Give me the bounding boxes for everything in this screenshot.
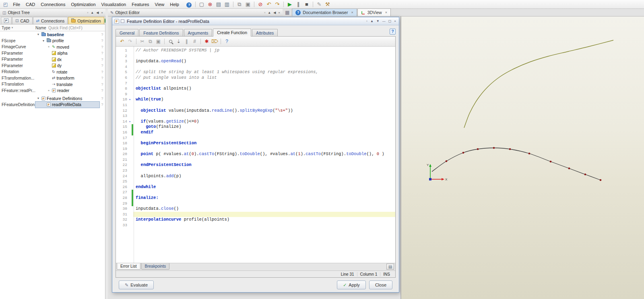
tab-optimization[interactable]: Optimization — [68, 17, 104, 24]
pause-icon[interactable]: ∥ — [294, 1, 302, 8]
expander-icon[interactable]: ▾ — [41, 39, 45, 43]
code-line-8[interactable]: 8objectlist allpoints() — [116, 86, 395, 92]
code-line-29[interactable]: 29 — [116, 201, 395, 207]
tool-icon[interactable]: ⚒ — [324, 1, 332, 8]
dialog-dock-icon[interactable]: ▫ — [366, 19, 367, 23]
tab-close-icon[interactable]: × — [385, 10, 387, 14]
tree-row-dy[interactable]: FParameterdy? — [0, 63, 105, 69]
curve-point[interactable] — [509, 148, 511, 150]
row-help-icon[interactable]: ? — [99, 70, 105, 74]
menu-connections[interactable]: Connections — [38, 1, 68, 8]
row-help-icon[interactable]: ? — [99, 33, 105, 37]
code-line-11[interactable]: 11 — [116, 102, 395, 108]
tab-documentation-browser[interactable]: ?Documentation Browser× — [292, 8, 357, 16]
tree-row-moved[interactable]: FImageCurve+✎moved? — [0, 44, 105, 50]
tree-collapse-icon[interactable]: ▲ — [91, 11, 94, 14]
whitespace-icon[interactable]: ∥ — [183, 38, 190, 45]
code-line-22[interactable]: 22 endPersistentSection — [116, 162, 395, 168]
code-line-32[interactable]: 32interpolationcurve profile(allpoints) — [116, 217, 395, 223]
button-close[interactable]: Close — [369, 281, 392, 289]
tree-close-icon[interactable]: × — [101, 11, 103, 14]
expander-icon[interactable]: ▾ — [36, 96, 40, 100]
3d-viewport[interactable]: YX — [401, 16, 644, 299]
undo-icon[interactable]: ↶ — [265, 1, 273, 8]
row-help-icon[interactable]: ? — [99, 82, 105, 86]
code-line-16[interactable]: 16 endif — [116, 130, 395, 135]
tab-cad[interactable]: ⊡CAD — [12, 17, 33, 24]
code-line-10[interactable]: 10▴while(true) — [116, 97, 395, 102]
tab-create-function[interactable]: Create Function — [213, 29, 251, 37]
tab-arguments[interactable]: Arguments — [184, 29, 213, 36]
grid-icon[interactable]: ▦ — [285, 10, 289, 15]
quick-find-input[interactable]: Quick Find (Ctrl+F) — [48, 26, 83, 30]
code-line-21[interactable]: 21 — [116, 157, 395, 163]
redo-icon[interactable]: ↷ — [273, 1, 281, 8]
code-line-18[interactable]: 18 beginPersistentSection — [116, 141, 395, 146]
edit-icon[interactable]: ✎ — [315, 1, 323, 8]
code-line-4[interactable]: 4 — [116, 64, 395, 70]
code-line-24[interactable]: 24 allpoints.add(p) — [116, 174, 395, 179]
save-icon[interactable]: ▤ — [215, 1, 223, 8]
curve-point[interactable] — [477, 148, 479, 150]
dialog-minimize-icon[interactable]: — — [382, 19, 386, 23]
tab-project[interactable]: P — [1, 17, 12, 24]
dialog-maximize-icon[interactable]: ▢ — [388, 19, 392, 23]
copy-icon[interactable]: ⧉ — [147, 38, 154, 45]
column-name[interactable]: Name — [35, 26, 48, 30]
comment-icon[interactable]: # — [191, 38, 198, 45]
tree-dock-icon[interactable]: ◀ — [96, 11, 99, 14]
row-help-icon[interactable]: ? — [99, 39, 105, 43]
editor-close-icon[interactable]: × — [278, 11, 280, 14]
tree-float-icon[interactable]: ▫ — [87, 11, 88, 14]
expander-icon[interactable]: + — [47, 89, 51, 92]
tree-row-feature-definitions[interactable]: ▾FFeature Definitions? — [0, 95, 105, 102]
code-line-7[interactable]: 7 — [116, 81, 395, 86]
editor-collapse-icon[interactable]: ▲ — [268, 11, 271, 14]
row-help-icon[interactable]: ? — [99, 45, 105, 49]
dialog-arrow-down-icon[interactable]: ▼ — [376, 19, 380, 23]
row-help-icon[interactable]: ? — [99, 102, 105, 106]
menu-cad[interactable]: CAD — [23, 1, 38, 8]
tab-connections[interactable]: ⇄Connections — [33, 17, 68, 24]
code-line-2[interactable]: 2 — [116, 53, 395, 59]
row-help-icon[interactable]: ? — [99, 57, 105, 61]
code-editor[interactable]: 1// Author FRIENDSHIP SYSTEMS | jp23inpu… — [116, 47, 395, 263]
origin-marker[interactable] — [429, 178, 431, 180]
code-line-28[interactable]: 28finalize: — [116, 195, 395, 201]
code-line-12[interactable]: 12 objectlist values(inputdata.readLine(… — [116, 108, 395, 114]
copy-icon[interactable]: ⧉ — [235, 1, 244, 8]
tab-close-icon[interactable]: × — [351, 10, 353, 14]
row-help-icon[interactable]: ? — [99, 63, 105, 68]
help-circle-icon[interactable]: ? — [185, 1, 193, 8]
tree-row-reader[interactable]: FFeature::readPr...+Freader? — [0, 88, 105, 94]
tab-3dview[interactable]: 3DView× — [357, 8, 391, 16]
menu-help[interactable]: Help — [167, 1, 182, 8]
dialog-titlebar[interactable]: F Feature Definition Editor - readProfil… — [112, 17, 399, 25]
code-line-25[interactable]: 25 — [116, 179, 395, 184]
menu-file[interactable]: File — [10, 1, 23, 8]
code-line-15[interactable]: 15 goto(finalize) — [116, 124, 395, 130]
goto-line-icon[interactable]: ⇣ — [175, 38, 182, 45]
code-line-5[interactable]: 5// split the string by at least 1 white… — [116, 70, 395, 75]
menu-view[interactable]: View — [152, 1, 167, 8]
curve-point[interactable] — [446, 160, 448, 162]
tree-row-profile[interactable]: FScope▾profile? — [0, 38, 105, 44]
new-window-icon[interactable]: ▢ — [198, 1, 206, 8]
help-icon[interactable]: ? — [223, 38, 231, 45]
run-icon[interactable]: ▶ — [286, 1, 294, 8]
code-line-30[interactable]: 30inputdata.close() — [116, 206, 395, 212]
abort-icon[interactable]: ⊗ — [206, 1, 214, 8]
menu-visualization[interactable]: Visualization — [99, 1, 129, 8]
tree-row-dx[interactable]: FParameterdx? — [0, 56, 105, 63]
dialog-close-icon[interactable]: × — [394, 19, 396, 23]
menu-features[interactable]: Features — [129, 1, 152, 8]
curve-point[interactable] — [493, 147, 495, 149]
curve-point[interactable] — [584, 174, 586, 176]
expander-icon[interactable]: ▾ — [36, 33, 40, 36]
curve-point[interactable] — [568, 168, 570, 170]
save-all-icon[interactable]: ▥ — [223, 1, 231, 8]
profile-curve[interactable] — [432, 148, 601, 180]
expander-icon[interactable]: + — [47, 45, 51, 49]
no-entry-icon[interactable]: ⊘ — [256, 1, 264, 8]
tab-error-list[interactable]: Error List — [117, 263, 140, 270]
